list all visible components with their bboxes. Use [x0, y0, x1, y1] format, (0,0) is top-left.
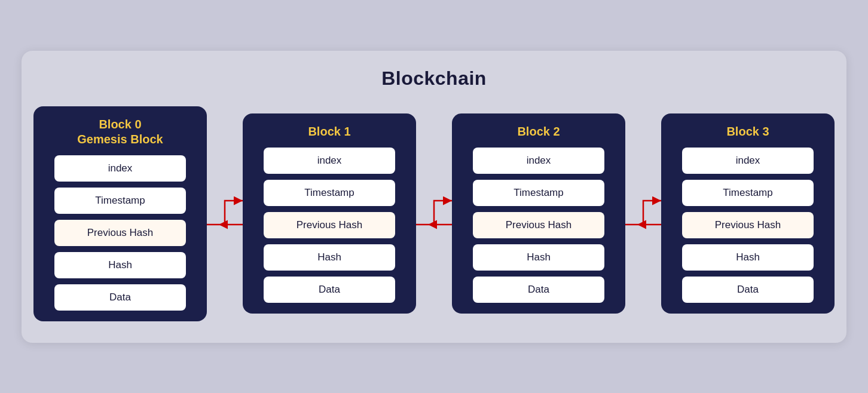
arrow-1-to-2 [416, 136, 452, 291]
block3-index: index [682, 148, 814, 174]
block-2: Block 2 index Timestamp Previous Hash Ha… [452, 113, 625, 314]
block0-group: Block 0 Gemesis Block index Timestamp Pr… [33, 106, 243, 321]
arrow-0-to-1 [207, 136, 243, 291]
block0-title: Block 0 Gemesis Block [77, 117, 163, 147]
block2-title: Block 2 [517, 124, 560, 139]
block3-title: Block 3 [726, 124, 769, 139]
block1-index: index [264, 148, 395, 174]
block3-timestamp: Timestamp [682, 180, 814, 206]
block2-timestamp: Timestamp [473, 180, 604, 206]
block-1: Block 1 index Timestamp Previous Hash Ha… [243, 113, 416, 314]
block1-hash: Hash [264, 244, 395, 271]
block1-title: Block 1 [308, 124, 350, 139]
block1-group: Block 1 index Timestamp Previous Hash Ha… [243, 113, 452, 314]
block1-timestamp: Timestamp [264, 180, 395, 206]
blocks-row: Block 0 Gemesis Block index Timestamp Pr… [45, 106, 823, 321]
block0-index: index [54, 155, 186, 182]
arrow-2-to-3 [625, 136, 661, 291]
block2-prevhash: Previous Hash [473, 212, 604, 238]
page-title: Blockchain [381, 67, 487, 90]
block0-data: Data [54, 284, 186, 311]
block-3: Block 3 index Timestamp Previous Hash Ha… [661, 113, 835, 314]
arrow-svg-2 [625, 184, 661, 244]
block2-data: Data [473, 277, 604, 303]
blockchain-diagram: Blockchain Block 0 Gemesis Block index T… [22, 51, 846, 343]
block1-data: Data [264, 277, 395, 303]
block2-group: Block 2 index Timestamp Previous Hash Ha… [452, 113, 661, 314]
block0-prevhash: Previous Hash [54, 220, 186, 246]
arrow-svg-1 [416, 184, 452, 244]
block2-hash: Hash [473, 244, 604, 271]
block0-hash: Hash [54, 252, 186, 278]
block3-group: Block 3 index Timestamp Previous Hash Ha… [661, 113, 835, 314]
block-0: Block 0 Gemesis Block index Timestamp Pr… [33, 106, 207, 321]
block3-hash: Hash [682, 244, 814, 271]
arrow-svg-0 [207, 184, 243, 244]
block2-index: index [473, 148, 604, 174]
block0-timestamp: Timestamp [54, 188, 186, 214]
block1-prevhash: Previous Hash [264, 212, 395, 238]
block3-data: Data [682, 277, 814, 303]
block3-prevhash: Previous Hash [682, 212, 814, 238]
